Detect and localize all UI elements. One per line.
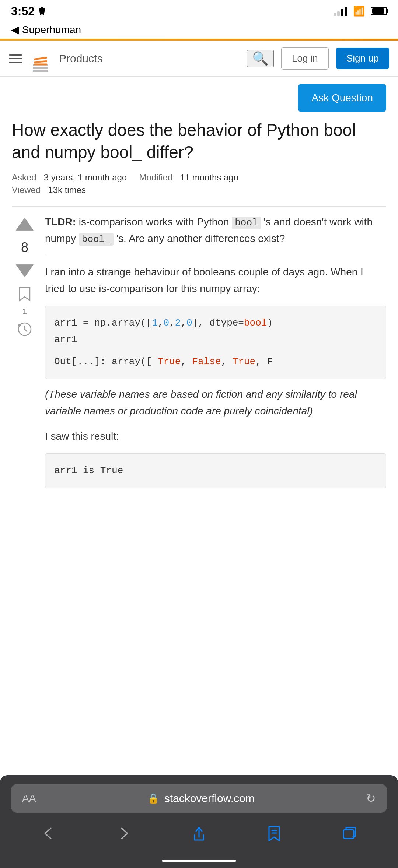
asked-value: 3 years, 1 month ago (44, 172, 127, 182)
history-button[interactable] (15, 320, 34, 338)
back-arrow: ◀ (11, 24, 19, 35)
browser-back-button[interactable] (39, 824, 58, 843)
viewed-label: Viewed (12, 185, 41, 195)
modified-label: Modified (139, 172, 173, 182)
content-divider (12, 206, 386, 207)
paragraph-1: I ran into a strange behaviour of boolea… (45, 264, 386, 297)
code-line-1: arr1 = np.array([1,0,2,0], dtype=bool) (54, 315, 377, 331)
browser-bar: AA 🔒 stackoverflow.com ↻ (0, 775, 398, 868)
tldr-section: TLDR: is-comparison works with Python bo… (45, 214, 386, 247)
top-nav: Products 🔍 Log in Sign up (0, 41, 398, 77)
vote-up-button[interactable] (14, 214, 36, 236)
back-nav[interactable]: ◀ Superhuman (0, 22, 398, 39)
tldr-text1: is-comparison works with Python (79, 216, 232, 228)
font-size-button[interactable]: AA (22, 793, 36, 804)
location-icon (38, 6, 46, 16)
italic-disclaimer: (These variable names are based on ficti… (45, 386, 386, 419)
status-time: 3:52 (11, 4, 46, 18)
back-label[interactable]: Superhuman (22, 24, 81, 35)
question-body: TLDR: is-comparison works with Python bo… (45, 214, 386, 496)
browser-bookmarks-button[interactable] (265, 824, 284, 843)
vote-down-button[interactable] (14, 259, 36, 281)
bar4 (345, 7, 347, 16)
signup-button[interactable]: Sign up (336, 48, 389, 69)
url-text: stackoverflow.com (164, 792, 255, 805)
code-block-2: arr1 is True (45, 453, 386, 488)
asked-label: Asked (12, 172, 36, 182)
wifi-icon: 📶 (353, 6, 365, 17)
code-line-2: arr1 (54, 331, 377, 348)
viewed-value: 13k times (48, 185, 86, 195)
modified-value: 11 months ago (180, 172, 238, 182)
svg-rect-3 (34, 56, 47, 60)
question-area: 8 1 (12, 214, 386, 496)
url-display: 🔒 stackoverflow.com (147, 792, 255, 805)
tldr-text3: 's. Are any another differences exist? (116, 233, 285, 244)
products-text: Products (59, 52, 240, 65)
main-content: Ask Question How exactly does the behavi… (0, 77, 398, 510)
tldr-divider (45, 255, 386, 255)
site-logo[interactable] (29, 48, 52, 70)
ask-question-row: Ask Question (12, 84, 386, 112)
vote-count: 8 (21, 240, 28, 255)
lock-icon: 🔒 (147, 793, 159, 804)
svg-rect-5 (34, 63, 47, 65)
bookmark-count: 1 (22, 307, 27, 316)
svg-marker-7 (16, 264, 34, 277)
svg-rect-12 (343, 830, 354, 839)
question-title: How exactly does the behavior of Python … (12, 119, 386, 164)
bar1 (334, 13, 336, 16)
home-bar (162, 860, 236, 862)
bookmark-button[interactable] (15, 285, 34, 303)
paragraph-2: I saw this result: (45, 428, 386, 445)
refresh-button[interactable]: ↻ (366, 791, 376, 805)
svg-marker-6 (16, 218, 34, 230)
code-line-4: arr1 is True (54, 463, 377, 479)
login-button[interactable]: Log in (281, 47, 329, 70)
vote-column: 8 1 (12, 214, 38, 496)
signal-bars (334, 6, 347, 16)
bool-code1: bool (232, 217, 261, 229)
tldr-label: TLDR: (45, 216, 76, 228)
browser-forward-button[interactable] (114, 824, 133, 843)
status-icons: 📶 (334, 6, 387, 17)
time-display: 3:52 (11, 4, 35, 18)
svg-rect-4 (34, 60, 47, 63)
question-meta-viewed: Viewed 13k times (12, 185, 386, 195)
svg-rect-1 (33, 67, 48, 69)
code-line-3: Out[...]: array([ True, False, True, F (54, 354, 377, 370)
bar3 (341, 9, 343, 16)
ask-question-button[interactable]: Ask Question (298, 84, 386, 112)
browser-actions (11, 820, 387, 852)
bar2 (337, 11, 340, 16)
question-meta-asked: Asked 3 years, 1 month ago Modified 11 m… (12, 172, 386, 183)
browser-tabs-button[interactable] (340, 824, 359, 843)
browser-share-button[interactable] (189, 824, 209, 843)
home-indicator (11, 852, 387, 864)
status-bar: 3:52 📶 (0, 0, 398, 22)
hamburger-menu[interactable] (9, 54, 22, 63)
search-button[interactable]: 🔍 (247, 50, 274, 67)
svg-rect-2 (33, 70, 48, 72)
url-bar[interactable]: AA 🔒 stackoverflow.com ↻ (11, 784, 387, 813)
bool-code2: bool_ (79, 233, 114, 246)
code-block-1: arr1 = np.array([1,0,2,0], dtype=bool) a… (45, 306, 386, 379)
battery-icon (371, 7, 387, 15)
